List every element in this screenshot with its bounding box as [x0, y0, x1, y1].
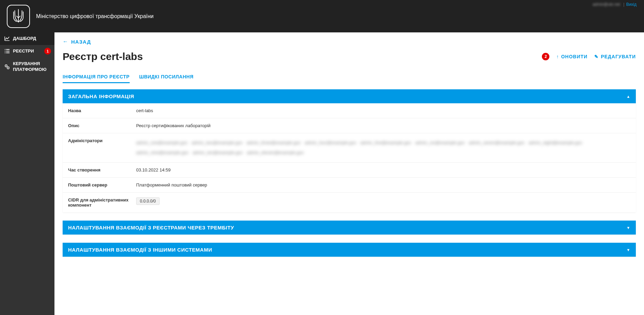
info-label: Поштовий сервер	[68, 182, 136, 188]
arrow-up-icon: ↑	[556, 54, 559, 59]
page-actions: 2 ↑ ОНОВИТИ ✎ РЕДАГУВАТИ	[542, 53, 636, 60]
pencil-icon: ✎	[594, 54, 599, 59]
arrow-left-icon: ←	[63, 39, 68, 45]
sidebar-item-registries[interactable]: РЕЄСТРИ 1	[0, 45, 54, 58]
page-title: Реєстр cert-labs	[63, 51, 143, 62]
header-username: admin@ukr.net	[593, 2, 620, 7]
info-value: Реєстр сертифікованих лабораторій	[136, 123, 630, 128]
sidebar-item-dashboard[interactable]: ДАШБОРД	[0, 32, 54, 45]
sidebar: ДАШБОРД РЕЄСТРИ 1 КЕРУВАННЯ ПЛАТФОРМОЮ	[0, 32, 54, 315]
sidebar-item-label: ДАШБОРД	[13, 36, 50, 42]
tab-links[interactable]: ШВИДКІ ПОСИЛАННЯ	[139, 71, 194, 83]
svg-point-2	[6, 65, 6, 66]
refresh-label: ОНОВИТИ	[561, 54, 587, 59]
info-row-admins: Адміністратори admin_one@example.gov adm…	[63, 133, 636, 163]
info-row-cidr: CIDR для адміністративних компонент 0.0.…	[63, 193, 636, 212]
chevron-down-icon: ▼	[627, 248, 630, 252]
back-button[interactable]: ← НАЗАД	[63, 39, 91, 45]
info-row-created: Час створення 03.10.2022 14:59	[63, 163, 636, 178]
sidebar-item-label: КЕРУВАННЯ ПЛАТФОРМОЮ	[13, 61, 50, 73]
panel-general-body: Назва cert-labs Опис Реєстр сертифікован…	[63, 103, 636, 212]
chevron-up-icon: ▲	[627, 94, 630, 99]
panel-title: НАЛАШТУВАННЯ ВЗАЄМОДІЇ З РЕЄСТРАМИ ЧЕРЕЗ…	[68, 225, 234, 230]
edit-button[interactable]: ✎ РЕДАГУВАТИ	[594, 54, 636, 59]
panel-general: ЗАГАЛЬНА ІНФОРМАЦІЯ ▲ Назва cert-labs Оп…	[63, 89, 636, 212]
cidr-chip: 0.0.0.0/0	[136, 197, 160, 205]
info-value: 03.10.2022 14:59	[136, 167, 630, 172]
info-row-mail: Поштовий сервер Платформенний поштовий с…	[63, 178, 636, 193]
info-value: admin_one@example.gov admin_two@example.…	[136, 138, 630, 158]
logout-link[interactable]: Вихід	[626, 2, 637, 7]
panel-other-header[interactable]: НАЛАШТУВАННЯ ВЗАЄМОДІЇ З ІНШИМИ СИСТЕМАМ…	[63, 243, 636, 257]
svg-point-3	[8, 68, 9, 68]
info-row-desc: Опис Реєстр сертифікованих лабораторій	[63, 118, 636, 133]
trident-icon	[12, 9, 25, 24]
chart-icon	[4, 36, 10, 41]
info-label: Назва	[68, 108, 136, 113]
header-user-block: admin@ukr.net | Вихід	[593, 2, 637, 7]
page-header: Реєстр cert-labs 2 ↑ ОНОВИТИ ✎ РЕДАГУВАТ…	[63, 51, 636, 62]
info-row-name: Назва cert-labs	[63, 103, 636, 118]
info-label: Час створення	[68, 167, 136, 172]
refresh-button[interactable]: ↑ ОНОВИТИ	[556, 54, 587, 59]
sidebar-item-platform[interactable]: КЕРУВАННЯ ПЛАТФОРМОЮ	[0, 58, 54, 76]
info-label: Адміністратори	[68, 138, 136, 158]
edit-label: РЕДАГУВАТИ	[601, 54, 636, 59]
tab-info[interactable]: ІНФОРМАЦІЯ ПРО РЕЄСТР	[63, 71, 130, 83]
panel-title: НАЛАШТУВАННЯ ВЗАЄМОДІЇ З ІНШИМИ СИСТЕМАМ…	[68, 247, 212, 253]
admins-blurred: admin_one@example.gov admin_two@example.…	[136, 138, 630, 158]
panel-title: ЗАГАЛЬНА ІНФОРМАЦІЯ	[68, 93, 134, 99]
tabs: ІНФОРМАЦІЯ ПРО РЕЄСТР ШВИДКІ ПОСИЛАННЯ	[63, 71, 636, 83]
main-content: ← НАЗАД Реєстр cert-labs 2 ↑ ОНОВИТИ ✎ Р…	[54, 32, 644, 315]
list-icon	[4, 49, 10, 54]
panel-trembita: НАЛАШТУВАННЯ ВЗАЄМОДІЇ З РЕЄСТРАМИ ЧЕРЕЗ…	[63, 221, 636, 235]
back-label: НАЗАД	[71, 39, 91, 45]
chevron-down-icon: ▼	[627, 226, 630, 230]
gear-icon	[4, 64, 10, 70]
header: Міністерство цифрової трансформації Укра…	[0, 0, 644, 32]
info-value: cert-labs	[136, 108, 630, 113]
panel-general-header[interactable]: ЗАГАЛЬНА ІНФОРМАЦІЯ ▲	[63, 89, 636, 103]
panel-trembita-header[interactable]: НАЛАШТУВАННЯ ВЗАЄМОДІЇ З РЕЄСТРАМИ ЧЕРЕЗ…	[63, 221, 636, 235]
logo	[7, 5, 30, 28]
header-title: Міністерство цифрової трансформації Укра…	[36, 13, 154, 19]
info-label: CIDR для адміністративних компонент	[68, 197, 136, 208]
info-value: Платформенний поштовий сервер	[136, 182, 630, 188]
info-label: Опис	[68, 123, 136, 128]
panel-other: НАЛАШТУВАННЯ ВЗАЄМОДІЇ З ІНШИМИ СИСТЕМАМ…	[63, 243, 636, 257]
marker-2: 2	[542, 53, 549, 60]
info-value: 0.0.0.0/0	[136, 197, 630, 208]
separator: |	[623, 2, 624, 7]
